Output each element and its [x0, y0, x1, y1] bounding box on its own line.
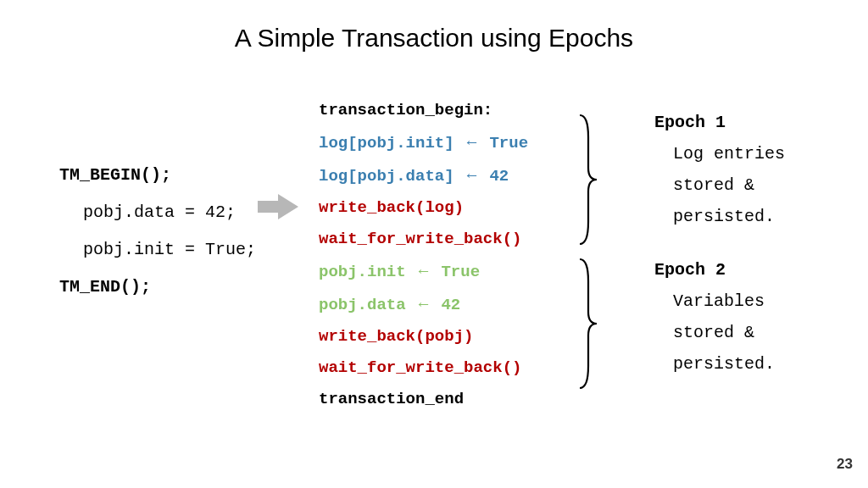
- code-token: True: [441, 263, 480, 281]
- epoch-body: Log entries: [654, 138, 785, 169]
- code-line: log[pobj.data] ← 42: [319, 159, 528, 192]
- epoch-body: Variables: [654, 286, 775, 317]
- assign-arrow-icon: ←: [415, 262, 431, 280]
- code-line: log[pobj.init] ← True: [319, 126, 528, 159]
- curly-brace-icon: [576, 256, 598, 391]
- code-token: 42: [441, 296, 460, 314]
- epoch-body: stored &: [654, 169, 785, 201]
- code-line: transaction_begin:: [319, 95, 528, 126]
- code-token: log[pobj.init]: [319, 134, 454, 152]
- page-number: 23: [837, 456, 853, 473]
- transaction-code: transaction_begin: log[pobj.init] ← True…: [319, 95, 528, 415]
- assign-arrow-icon: ←: [415, 295, 431, 313]
- code-line: write_back(log): [319, 192, 528, 224]
- code-line: pobj.data = 42;: [59, 194, 256, 231]
- curly-brace-icon: [576, 112, 598, 247]
- epoch-body: persisted.: [654, 201, 785, 232]
- epoch-2-annotation: Epoch 2 Variables stored & persisted.: [654, 254, 775, 380]
- code-token: pobj.init: [319, 263, 406, 281]
- code-line: wait_for_write_back(): [319, 224, 528, 255]
- code-line: pobj.init = True;: [59, 231, 256, 269]
- code-token: log[pobj.data]: [319, 167, 454, 186]
- epoch-body: stored &: [654, 317, 775, 348]
- code-line: TM_END();: [59, 269, 256, 306]
- assign-arrow-icon: ←: [464, 166, 480, 184]
- arrow-right-icon: [258, 194, 298, 219]
- svg-marker-0: [258, 194, 298, 219]
- code-line: TM_BEGIN();: [59, 157, 256, 194]
- code-token: 42: [489, 167, 509, 186]
- code-line: pobj.init ← True: [319, 255, 528, 288]
- code-line: pobj.data ← 42: [319, 288, 528, 321]
- assign-arrow-icon: ←: [464, 133, 480, 151]
- epoch-1-annotation: Epoch 1 Log entries stored & persisted.: [654, 107, 785, 232]
- code-line: write_back(pobj): [319, 321, 528, 352]
- code-token: pobj.data: [319, 296, 406, 314]
- epoch-heading: Epoch 2: [654, 254, 775, 286]
- slide-title: A Simple Transaction using Epochs: [0, 24, 868, 53]
- epoch-heading: Epoch 1: [654, 107, 785, 138]
- code-line: wait_for_write_back(): [319, 352, 528, 384]
- source-code-left: TM_BEGIN(); pobj.data = 42; pobj.init = …: [59, 157, 256, 306]
- epoch-body: persisted.: [654, 348, 775, 380]
- code-token: True: [489, 134, 528, 152]
- code-line: transaction_end: [319, 384, 528, 415]
